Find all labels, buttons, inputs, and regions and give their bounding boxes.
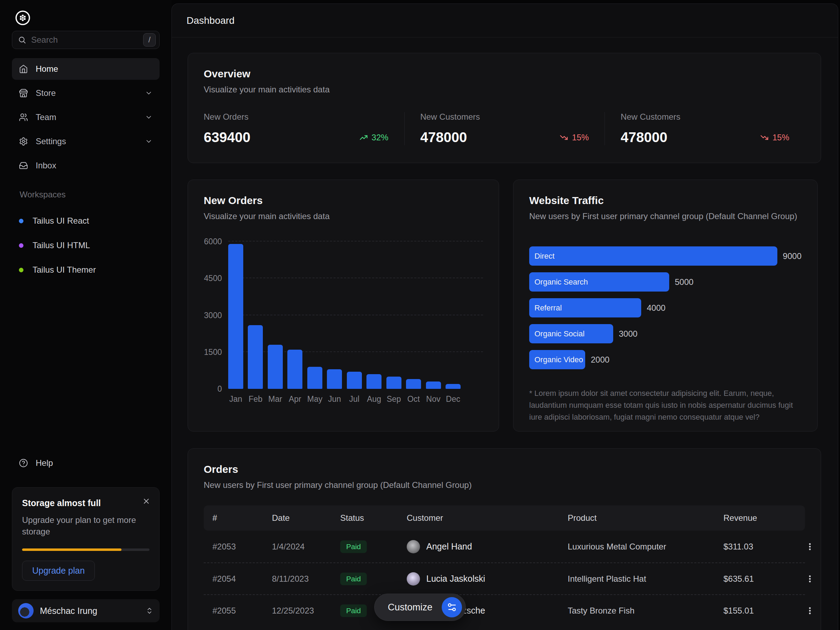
sidebar-item-label: Home (36, 64, 58, 74)
bar-nov (426, 382, 441, 389)
traffic-bar-label: Direct (534, 252, 554, 261)
traffic-bar-label: Organic Social (534, 329, 584, 338)
search-box[interactable]: / (12, 31, 159, 49)
store-icon (19, 88, 28, 98)
x-axis-label: Dec (445, 395, 461, 404)
sidebar-item-home[interactable]: Home (12, 58, 159, 80)
traffic-bar-label: Organic Search (534, 278, 588, 287)
column-header: # (212, 513, 272, 523)
bar-jul (347, 372, 362, 389)
order-date: 12/25/2023 (272, 606, 340, 616)
traffic-bar-label: Referral (534, 303, 562, 313)
stat-trend: 15% (760, 133, 789, 142)
stat-trend: 32% (359, 133, 388, 142)
bar-chart: 01500300045006000 (204, 242, 483, 389)
x-axis-label: Mar (268, 395, 283, 404)
avatar (407, 572, 420, 586)
user-menu[interactable]: Méschac Irung (12, 599, 159, 622)
table-row[interactable]: #20531/4/2024PaidAngel HandLuxurious Met… (204, 531, 805, 562)
table-row[interactable]: #205512/25/2023PaidShem NitzscheTasty Br… (204, 594, 805, 626)
traffic-bar-direct: Direct (529, 246, 777, 266)
workspace-label: Tailus UI React (33, 216, 89, 226)
storage-description: Upgrade your plan to get more storage (22, 515, 150, 537)
ellipsis-vertical-icon (805, 606, 815, 615)
order-product: Tasty Bronze Fish (568, 606, 723, 616)
customer-name: Angel Hand (426, 542, 472, 552)
column-header: Revenue (723, 513, 799, 523)
chart-plot (228, 242, 483, 389)
row-menu-button[interactable] (799, 542, 815, 551)
new-orders-card: New Orders Visualize your main activitie… (188, 180, 499, 431)
search-shortcut-kbd: / (143, 33, 156, 47)
y-axis-tick-label: 1500 (204, 347, 222, 357)
stat-new-customers-1: New Customers 478000 15% (404, 112, 605, 145)
workspace-dot (19, 243, 24, 248)
order-id: #2053 (212, 542, 272, 552)
overview-stats: New Orders 639400 32% New Customers 4780… (204, 112, 805, 145)
workspaces-heading: Workspaces (20, 190, 159, 199)
stat-trend: 15% (559, 133, 589, 142)
sidebar-item-help[interactable]: Help (12, 452, 159, 474)
close-icon[interactable] (141, 496, 152, 507)
orders-subtitle: New users by First user primary channel … (204, 480, 805, 490)
traffic-bar-row: Organic Video2000 (529, 350, 802, 369)
customize-button[interactable]: Customize (374, 594, 466, 621)
sidebar-item-label: Store (36, 88, 56, 98)
x-axis-label: May (307, 395, 322, 404)
trending-down-icon (559, 133, 568, 142)
traffic-bar-value: 4000 (647, 303, 665, 313)
workspace-item-tailus-ui-html[interactable]: Tailus UI HTML (12, 233, 159, 257)
storage-alert-card: Storage almost full Upgrade your plan to… (12, 487, 159, 591)
trending-up-icon (359, 133, 368, 142)
workspace-item-tailus-ui-react[interactable]: Tailus UI React (12, 208, 159, 233)
ellipsis-vertical-icon (805, 542, 815, 551)
workspace-item-tailus-ui-themer[interactable]: Tailus UI Themer (12, 257, 159, 282)
order-status: Paid (340, 540, 407, 553)
storage-progress-fill (22, 548, 122, 551)
workspace-label: Tailus UI Themer (33, 265, 96, 275)
avatar (18, 603, 33, 619)
bar-may (307, 367, 322, 389)
x-axis-label: Nov (426, 395, 441, 404)
sidebar-item-settings[interactable]: Settings (12, 131, 159, 152)
customize-label: Customize (388, 602, 433, 613)
x-axis-label: Jan (228, 395, 243, 404)
row-menu-button[interactable] (799, 606, 815, 615)
bar-sep (387, 377, 401, 389)
bar-oct (406, 379, 421, 389)
traffic-bar-organic-search: Organic Search (529, 272, 669, 292)
upgrade-plan-button[interactable]: Upgrade plan (22, 561, 95, 581)
bar-jun (327, 369, 342, 389)
website-traffic-card: Website Traffic New users by First user … (513, 180, 818, 431)
traffic-bar-row: Organic Social3000 (529, 324, 802, 343)
row-menu-button[interactable] (799, 574, 815, 583)
sidebar-item-team[interactable]: Team (12, 106, 159, 128)
x-axis-label: Sep (387, 395, 401, 404)
stat-label: New Customers (621, 112, 789, 122)
bar-dec (445, 384, 461, 389)
stat-value: 478000 (621, 129, 667, 145)
app-logo-icon[interactable] (15, 10, 31, 26)
order-customer: Angel Hand (407, 540, 568, 553)
table-row[interactable]: #20548/11/2023PaidLucia JaskolskiIntelli… (204, 562, 805, 594)
help-label: Help (36, 458, 53, 468)
y-axis-tick-label: 0 (217, 384, 222, 394)
sidebar-item-store[interactable]: Store (12, 82, 159, 104)
new-orders-title: New Orders (204, 194, 483, 207)
bar-apr (287, 350, 302, 389)
y-axis-tick-label: 6000 (204, 237, 222, 246)
traffic-bars: Direct9000Organic Search5000Referral4000… (529, 246, 802, 369)
sidebar-item-inbox[interactable]: Inbox (12, 155, 159, 177)
orders-table-body: #20531/4/2024PaidAngel HandLuxurious Met… (204, 531, 805, 626)
app-root: / Home Store Team (0, 0, 840, 630)
order-revenue: $155.01 (723, 606, 799, 616)
avatar (407, 540, 420, 553)
order-product: Luxurious Metal Computer (568, 542, 723, 552)
sidebar: / Home Store Team (0, 0, 172, 630)
search-input[interactable] (31, 35, 143, 45)
overview-card: Overview Visualize your main activities … (188, 53, 821, 163)
traffic-disclaimer: * Lorem ipsum dolor sit amet consectetur… (529, 387, 802, 423)
chevron-down-icon (145, 114, 153, 121)
traffic-bar-referral: Referral (529, 298, 641, 317)
stat-label: New Customers (420, 112, 589, 122)
